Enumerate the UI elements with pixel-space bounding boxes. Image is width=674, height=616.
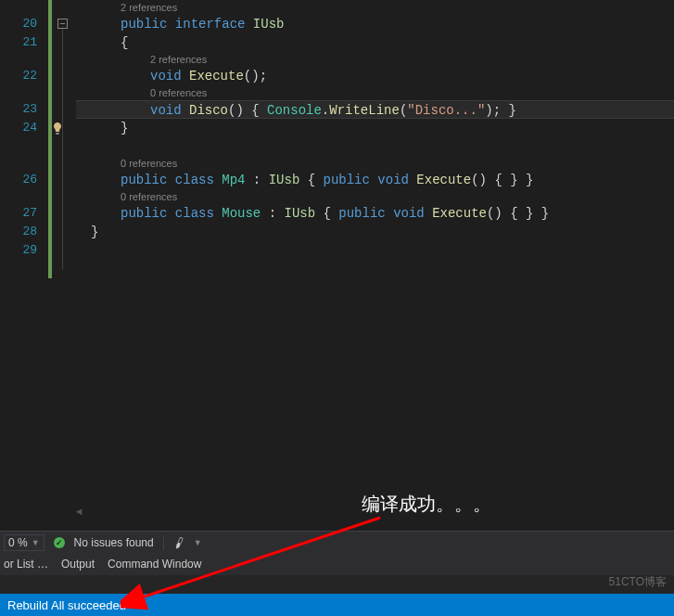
line-number: 26	[0, 171, 37, 189]
change-indicator	[46, 0, 54, 520]
codelens[interactable]: 0 references	[76, 85, 674, 100]
tab-command-window[interactable]: Command Window	[108, 558, 201, 571]
tab-output[interactable]: Output	[61, 558, 95, 571]
build-status-bar: Rebuild All succeeded	[0, 594, 674, 616]
codelens[interactable]: 0 references	[76, 156, 674, 171]
line-number: 20	[0, 15, 37, 33]
line-number: 29	[0, 241, 37, 260]
zoom-value: 0 %	[8, 536, 28, 549]
panel-body	[0, 575, 674, 594]
svg-rect-0	[56, 133, 59, 135]
build-status-text: Rebuild All succeeded	[7, 598, 126, 612]
code-line-current[interactable]: void Disco() { Console.WriteLine("Disco.…	[76, 100, 674, 119]
line-number: 22	[0, 67, 37, 85]
line-number: 24	[0, 119, 37, 137]
line-number: 21	[0, 33, 37, 52]
line-number: 23	[0, 100, 37, 119]
line-number-gutter: 20 21 22 23 24 26 27 28 29	[0, 0, 46, 520]
chevron-down-icon[interactable]: ▼	[194, 538, 202, 547]
fold-column	[54, 0, 72, 520]
codelens[interactable]: 2 references	[76, 52, 674, 67]
lightbulb-icon[interactable]	[50, 122, 65, 136]
line-number: 27	[0, 204, 37, 223]
code-editor[interactable]: 20 21 22 23 24 26 27 28 29 2 references …	[0, 0, 674, 520]
fold-toggle-icon[interactable]	[57, 19, 68, 29]
annotation-label: 编译成功。。。	[362, 492, 491, 517]
code-line[interactable]: }	[76, 119, 674, 137]
code-line[interactable]: void Execute();	[76, 67, 674, 85]
issues-label[interactable]: No issues found	[74, 536, 154, 549]
check-circle-icon: ✓	[54, 537, 65, 548]
bottom-panel-tabs: or List … Output Command Window	[0, 553, 674, 575]
line-number: 28	[0, 223, 37, 241]
code-content[interactable]: 2 references public interface IUsb { 2 r…	[72, 0, 674, 520]
code-line[interactable]: public class Mouse : IUsb { public void …	[76, 204, 674, 223]
watermark-text: 51CTO博客	[609, 574, 667, 590]
code-line[interactable]: public interface IUsb	[76, 15, 674, 33]
codelens[interactable]: 2 references	[76, 0, 674, 15]
code-line[interactable]: }	[76, 223, 674, 241]
code-line[interactable]: {	[76, 33, 674, 52]
editor-status-bar: 0 % ▼ ✓ No issues found 🖌 ▼	[0, 531, 674, 553]
brush-icon[interactable]: 🖌	[172, 534, 186, 550]
zoom-dropdown[interactable]: 0 % ▼	[4, 534, 45, 551]
divider	[163, 535, 164, 550]
tab-error-list[interactable]: or List …	[4, 558, 48, 571]
codelens[interactable]: 0 references	[76, 189, 674, 204]
chevron-down-icon: ▼	[32, 538, 40, 547]
code-line[interactable]: public class Mp4 : IUsb { public void Ex…	[76, 171, 674, 189]
scroll-left-icon[interactable]: ◄	[76, 507, 83, 518]
